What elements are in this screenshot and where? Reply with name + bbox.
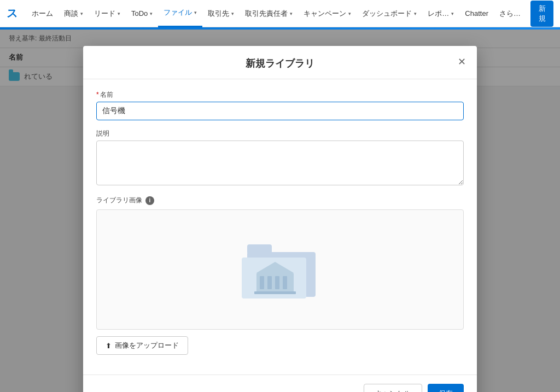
modal-footer: キャンセル 保存: [83, 375, 477, 392]
nav-label-chatter: Chatter: [465, 9, 488, 17]
nav-label-dashboard: ダッシュボード: [362, 9, 412, 19]
nav-label-contacts: 取引先責任者: [245, 9, 288, 19]
chevron-down-icon: ▾: [414, 11, 417, 16]
modal-backdrop: 新規ライブラリ ✕ *名前 説明: [0, 30, 560, 392]
name-input[interactable]: [96, 102, 464, 120]
upload-label: 画像をアップロード: [115, 341, 179, 350]
upload-icon: ⬆: [106, 342, 112, 350]
nav-label-todo: ToDo: [131, 9, 148, 17]
modal-title: 新規ライブラリ: [246, 58, 314, 69]
nav-item-campaigns[interactable]: キャンペーン ▾: [298, 0, 357, 27]
chevron-down-icon: ▾: [194, 10, 197, 15]
nav-right: 新規: [526, 1, 553, 27]
nav-item-todo[interactable]: ToDo ▾: [126, 0, 158, 27]
nav-label-files: ファイル: [164, 8, 192, 17]
new-button[interactable]: 新規: [530, 1, 553, 27]
save-button[interactable]: 保存: [428, 384, 464, 392]
nav-label-more: さら…: [499, 9, 521, 19]
chevron-down-icon: ▾: [150, 11, 153, 16]
nav-item-reports[interactable]: レポ… ▾: [422, 0, 459, 27]
navbar: ス ホーム 商談 ▾ リード ▾ ToDo ▾ ファイル ▾ 取引先 ▾ 取引先…: [0, 0, 560, 27]
svg-rect-6: [267, 276, 272, 289]
description-field-group: 説明: [96, 129, 464, 187]
image-label: ライブラリ画像: [96, 196, 142, 205]
modal-header: 新規ライブラリ ✕: [83, 46, 477, 79]
nav-item-deals[interactable]: 商談 ▾: [59, 0, 89, 27]
modal-dialog: 新規ライブラリ ✕ *名前 説明: [83, 46, 477, 392]
svg-rect-7: [275, 276, 279, 289]
chevron-down-icon: ▾: [231, 11, 234, 16]
modal-close-button[interactable]: ✕: [456, 55, 468, 69]
content-area: 替え基準: 最終活動日 名前 れている 新規ライブラリ ✕ *名前: [0, 30, 560, 392]
nav-label-accounts: 取引先: [208, 9, 229, 19]
chevron-down-icon: ▾: [451, 11, 454, 16]
modal-body: *名前 説明 ライブラリ画像 i: [83, 79, 477, 375]
info-icon[interactable]: i: [145, 196, 154, 205]
nav-label-home: ホーム: [32, 9, 53, 19]
nav-item-leads[interactable]: リード ▾: [89, 0, 126, 27]
nav-label-reports: レポ…: [428, 9, 449, 19]
chevron-down-icon: ▾: [290, 11, 293, 16]
upload-image-button[interactable]: ⬆ 画像をアップロード: [96, 336, 188, 355]
required-mark: *: [96, 91, 99, 98]
nav-item-more[interactable]: さら…: [494, 0, 526, 27]
image-field-group: ライブラリ画像 i: [96, 196, 464, 355]
image-label-row: ライブラリ画像 i: [96, 196, 464, 205]
nav-item-files[interactable]: ファイル ▾: [158, 0, 202, 27]
nav-label-deals: 商談: [64, 9, 78, 19]
name-field-group: *名前: [96, 90, 464, 120]
chevron-down-icon: ▾: [348, 11, 351, 16]
nav-item-dashboard[interactable]: ダッシュボード ▾: [357, 0, 422, 27]
svg-rect-1: [247, 244, 272, 254]
brand-logo: ス: [7, 6, 18, 21]
description-textarea[interactable]: [96, 141, 464, 185]
chevron-down-icon: ▾: [80, 11, 83, 16]
nav-label-campaigns: キャンペーン: [304, 9, 346, 19]
svg-rect-8: [283, 276, 287, 289]
nav-item-home[interactable]: ホーム: [26, 0, 59, 27]
image-preview-box: [96, 209, 464, 330]
library-folder-illustration: [239, 237, 321, 302]
nav-item-chatter[interactable]: Chatter: [459, 0, 494, 27]
nav-item-contacts[interactable]: 取引先責任者 ▾: [240, 0, 298, 27]
description-label: 説明: [96, 129, 464, 138]
chevron-down-icon: ▾: [118, 11, 120, 16]
svg-rect-5: [260, 276, 264, 289]
cancel-button[interactable]: キャンセル: [364, 384, 422, 392]
name-label: *名前: [96, 90, 464, 100]
nav-label-leads: リード: [94, 9, 115, 19]
nav-item-accounts[interactable]: 取引先 ▾: [202, 0, 240, 27]
svg-rect-9: [254, 291, 296, 294]
